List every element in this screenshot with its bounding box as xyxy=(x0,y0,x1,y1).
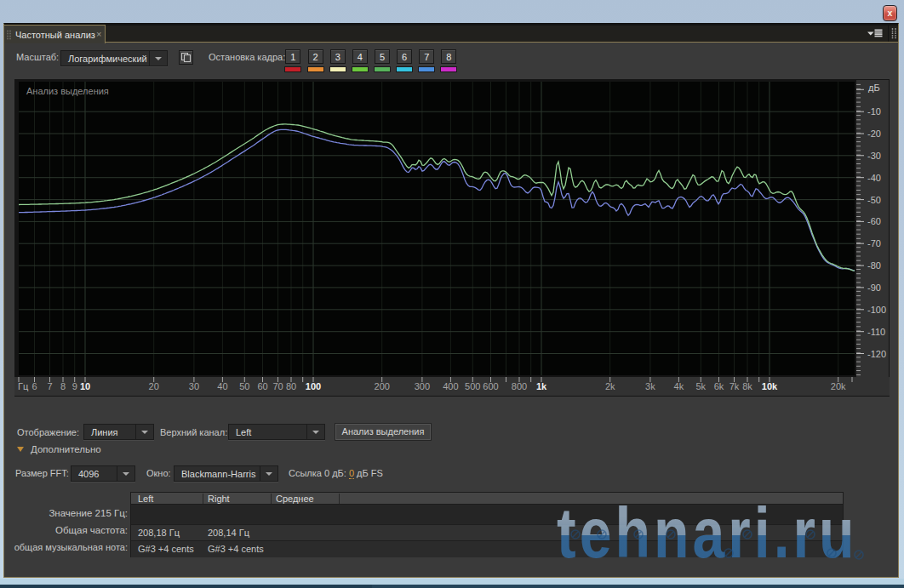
svg-text:-80: -80 xyxy=(867,260,881,271)
svg-text:-110: -110 xyxy=(867,327,885,337)
svg-text:500: 500 xyxy=(465,381,480,391)
svg-text:4k: 4k xyxy=(674,381,684,391)
svg-text:Гц: Гц xyxy=(18,381,29,391)
svg-text:-10: -10 xyxy=(867,106,881,117)
svg-text:-60: -60 xyxy=(867,216,881,226)
svg-text:дБ: дБ xyxy=(868,83,880,93)
svg-text:600: 600 xyxy=(483,381,498,391)
svg-text:70: 70 xyxy=(272,381,283,391)
svg-text:-20: -20 xyxy=(867,128,881,139)
svg-text:3k: 3k xyxy=(645,381,655,391)
svg-text:20k: 20k xyxy=(831,381,846,391)
svg-text:30: 30 xyxy=(189,381,199,391)
svg-text:7: 7 xyxy=(47,381,52,391)
svg-text:200: 200 xyxy=(375,381,390,391)
svg-text:100: 100 xyxy=(306,381,321,391)
svg-text:40: 40 xyxy=(217,381,227,391)
svg-text:6: 6 xyxy=(31,381,37,391)
svg-text:1k: 1k xyxy=(536,381,547,391)
svg-text:-70: -70 xyxy=(867,238,881,248)
svg-text:400: 400 xyxy=(443,381,458,391)
svg-text:2k: 2k xyxy=(605,381,615,391)
svg-text:-50: -50 xyxy=(867,195,881,205)
svg-text:8: 8 xyxy=(60,381,66,391)
svg-text:-40: -40 xyxy=(867,173,881,183)
svg-text:50: 50 xyxy=(239,381,249,391)
svg-text:10: 10 xyxy=(80,381,90,391)
svg-text:9: 9 xyxy=(72,381,77,391)
svg-text:20: 20 xyxy=(149,381,159,391)
svg-text:5k: 5k xyxy=(695,381,706,391)
svg-text:300: 300 xyxy=(415,381,430,391)
svg-text:-90: -90 xyxy=(867,283,881,293)
svg-text:7k: 7k xyxy=(729,381,740,391)
svg-text:6k: 6k xyxy=(714,381,724,391)
svg-text:-100: -100 xyxy=(867,305,886,315)
svg-text:-120: -120 xyxy=(867,349,886,359)
svg-text:800: 800 xyxy=(512,381,527,391)
svg-text:8k: 8k xyxy=(742,381,752,391)
svg-text:-30: -30 xyxy=(867,151,881,161)
svg-text:80: 80 xyxy=(286,381,296,391)
svg-text:60: 60 xyxy=(257,381,267,391)
svg-text:10k: 10k xyxy=(762,381,778,391)
